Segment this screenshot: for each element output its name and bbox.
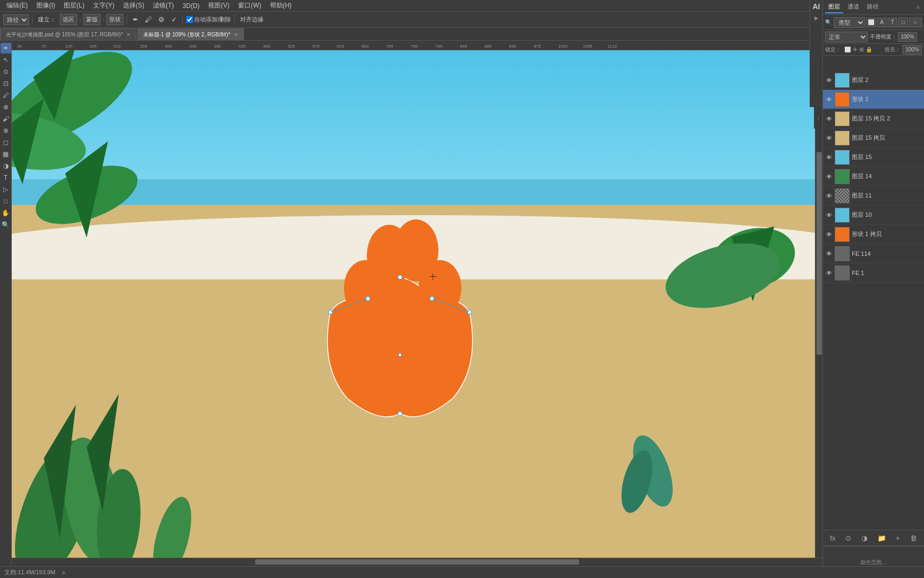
gradient-tool-btn[interactable]: ▦ <box>1 149 11 159</box>
svg-point-18 <box>344 260 387 316</box>
layer-add-btn[interactable]: + <box>894 533 902 543</box>
layer-item-fe1[interactable]: 👁 FE 1 <box>823 263 924 283</box>
path-select[interactable]: 路径 <box>3 14 29 25</box>
layer-item-6[interactable]: 👁 图层 11 <box>823 186 924 206</box>
tab-paths[interactable]: 路径 <box>864 1 882 13</box>
panel-close-btn[interactable]: ≡ <box>914 4 922 10</box>
panel-collapse-button[interactable]: › <box>814 107 822 128</box>
auto-add-checkbox[interactable] <box>186 16 193 23</box>
layer-6-eye[interactable]: 👁 <box>825 192 833 200</box>
menu-text[interactable]: 文字(Y) <box>89 0 119 11</box>
layer-item-2[interactable]: 👁 图层 15 拷贝 2 <box>823 109 924 128</box>
check-icon[interactable]: ✓ <box>169 14 179 25</box>
arrow-forward[interactable]: > <box>61 569 65 576</box>
filter-icon-1[interactable]: ⬜ <box>866 18 876 27</box>
crop-tool-btn[interactable]: ⊡ <box>1 78 11 89</box>
filter-toggle[interactable]: ○ <box>909 18 922 27</box>
layer-fx-btn[interactable]: fx <box>828 533 837 543</box>
horizontal-scrollbar[interactable] <box>12 558 822 565</box>
menu-view[interactable]: 视图(V) <box>204 0 234 11</box>
menu-edit[interactable]: 编辑(E) <box>2 0 32 11</box>
dodge-tool-btn[interactable]: ◑ <box>1 161 11 171</box>
menu-select[interactable]: 选择(S) <box>119 0 149 11</box>
layer-filter-select[interactable]: 类型 <box>834 17 865 28</box>
select-button[interactable]: 选区 <box>60 14 77 25</box>
layer-item-8[interactable]: 👁 形状 1 拷贝 <box>823 225 924 244</box>
layer-delete-btn[interactable]: 🗑 <box>908 533 919 543</box>
layer-group-btn[interactable]: 📁 <box>875 533 888 543</box>
tab-0-close[interactable]: ✕ <box>126 32 130 37</box>
pen-add-icon[interactable]: 🖊 <box>143 14 154 25</box>
layer-3-eye[interactable]: 👁 <box>825 134 833 142</box>
filter-icon-4[interactable]: □ <box>898 18 908 27</box>
tab-1-close[interactable]: ✕ <box>234 32 238 37</box>
ai-icon[interactable]: ▶ <box>814 15 819 21</box>
settings-icon[interactable]: ⚙ <box>156 14 167 25</box>
zoom-tool-btn[interactable]: 🔍 <box>1 219 11 230</box>
layer-mask-btn[interactable]: ⊙ <box>843 533 853 543</box>
layer-5-thumb <box>835 169 850 184</box>
fill-input[interactable] <box>903 45 922 55</box>
lock-position-icon[interactable]: ✛ <box>853 47 857 52</box>
layer-1-eye[interactable]: 👁 <box>825 96 833 103</box>
tab-layers[interactable]: 图层 <box>825 1 843 13</box>
layer-fe114-eye[interactable]: 👁 <box>825 250 833 257</box>
menu-window[interactable]: 窗口(W) <box>234 0 265 11</box>
layer-item-3[interactable]: 👁 图层 15 拷贝 <box>823 128 924 148</box>
filter-icon-2[interactable]: A <box>877 18 887 27</box>
layer-5-eye[interactable]: 👁 <box>825 173 833 180</box>
lasso-tool-btn[interactable]: ⊙ <box>1 66 11 77</box>
blend-mode-select[interactable]: 正常 <box>825 32 868 42</box>
hand-tool-btn[interactable]: ✋ <box>1 208 11 218</box>
layer-8-eye[interactable]: 👁 <box>825 231 833 238</box>
align-label: 对齐边缘 <box>238 14 266 25</box>
layer-adj-btn[interactable]: ◑ <box>859 533 869 543</box>
pen-icon[interactable]: ✒ <box>130 14 141 25</box>
type-tool-btn[interactable]: T <box>1 172 11 183</box>
shape-tool-btn[interactable]: □ <box>1 196 11 207</box>
shape-button[interactable]: 形状 <box>106 14 124 25</box>
layer-item-7[interactable]: 👁 图层 10 <box>823 206 924 225</box>
path-select-tool-btn[interactable]: ▷ <box>1 184 11 195</box>
opacity-label: 不透明度： <box>870 33 897 41</box>
layer-item-0[interactable]: 👁 图层 2 <box>823 71 924 90</box>
mask-button[interactable]: 蒙版 <box>83 14 101 25</box>
tab-0[interactable]: 光平化沙滩插图.psd @ 105% (图层 17, RGB/8#)* ✕ <box>0 28 136 40</box>
lock-pixels-icon[interactable]: ⬜ <box>844 47 851 52</box>
layer-7-name: 图层 10 <box>852 211 922 219</box>
brush-tool-btn[interactable]: 🖌 <box>1 113 11 124</box>
opacity-input[interactable] <box>898 32 917 42</box>
layer-item-fe114[interactable]: 👁 FE 114 <box>823 244 924 263</box>
menu-3d[interactable]: 3D(D) <box>178 1 204 11</box>
eraser-tool-btn[interactable]: ◻ <box>1 137 11 148</box>
vscroll-thumb[interactable] <box>817 152 822 355</box>
lock-all-icon[interactable]: 🔒 <box>866 47 872 52</box>
eyedropper-tool-btn[interactable]: 🖊 <box>1 90 11 101</box>
menu-image[interactable]: 图像(I) <box>32 0 59 11</box>
heal-tool-btn[interactable]: ⊕ <box>1 102 11 112</box>
tab-1[interactable]: 未标题-1 @ 109% (形状 2, RGB/8#)* ✕ <box>137 28 244 40</box>
clone-tool-btn[interactable]: ⊗ <box>1 125 11 136</box>
hscroll-thumb[interactable] <box>255 559 579 565</box>
filter-icon-3[interactable]: T <box>888 18 897 27</box>
svg-point-26 <box>398 353 402 356</box>
pen-tool-btn[interactable]: ✒ <box>1 43 11 54</box>
layer-7-eye[interactable]: 👁 <box>825 211 833 219</box>
layer-8-name: 形状 1 拷贝 <box>852 230 922 238</box>
menu-filter[interactable]: 滤镜(T) <box>149 0 178 11</box>
layer-0-eye[interactable]: 👁 <box>825 77 833 84</box>
menu-help[interactable]: 帮助(H) <box>266 0 296 11</box>
tab-channels[interactable]: 通道 <box>844 1 863 13</box>
layer-item-4[interactable]: 👁 图层 15 <box>823 148 924 167</box>
lock-artboard-icon[interactable]: ⊞ <box>859 47 864 52</box>
select-tool-btn[interactable]: ↖ <box>1 55 11 65</box>
menu-layer[interactable]: 图层(L) <box>59 0 89 11</box>
layer-item-1[interactable]: 👁 形状 2 <box>823 90 924 109</box>
layer-4-eye[interactable]: 👁 <box>825 154 833 161</box>
layer-item-5[interactable]: 👁 图层 14 <box>823 167 924 186</box>
opacity-row: 不透明度： <box>870 32 917 42</box>
canvas-area[interactable] <box>12 50 822 565</box>
layer-2-eye[interactable]: 👁 <box>825 115 833 123</box>
blend-mode-row: 正常 不透明度： <box>823 30 924 44</box>
layer-fe1-eye[interactable]: 👁 <box>825 269 833 277</box>
